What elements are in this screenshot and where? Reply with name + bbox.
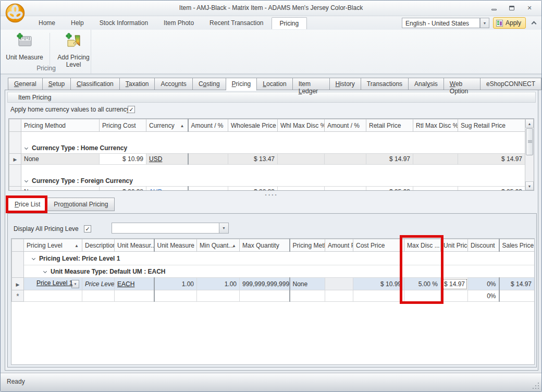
col-amount-rtl[interactable]: Amount / %: [325, 119, 366, 132]
col-pricing-method[interactable]: Pricing Method: [21, 119, 100, 132]
tab-price-list[interactable]: Price List: [8, 198, 47, 211]
splitter-handle[interactable]: ····: [5, 193, 538, 197]
cell-amount[interactable]: [325, 290, 353, 302]
col-amount-whl[interactable]: Amount / %: [188, 119, 228, 132]
ribbon-tab-pricing[interactable]: Pricing: [272, 17, 307, 29]
cell-max-quantity[interactable]: [240, 290, 290, 302]
scroll-down-icon[interactable]: ▼: [525, 181, 534, 190]
col-pricing-level[interactable]: Pricing Level▲: [24, 239, 82, 252]
display-all-pricing-checkbox[interactable]: ✓: [84, 225, 91, 232]
filter-dropdown-icon[interactable]: ▼: [219, 223, 228, 233]
cell-amount-rtl[interactable]: [325, 187, 366, 191]
col-min-quantity[interactable]: Min Quant...▲: [197, 239, 240, 252]
new-row[interactable]: * 0%: [12, 290, 535, 302]
resize-grip[interactable]: [532, 382, 539, 389]
app-logo-icon[interactable]: [5, 3, 26, 23]
cell-discount[interactable]: 0%: [468, 290, 499, 302]
cell-unit-measure-qty[interactable]: 1.00: [154, 278, 197, 290]
cell-pricing-cost[interactable]: $ 10.99: [100, 154, 146, 165]
cell-max-quantity[interactable]: 999,999,999,999...: [240, 278, 290, 290]
cell-max-disc[interactable]: 5.00 %: [404, 278, 441, 290]
ribbon-tab-recent-transaction[interactable]: Recent Transaction: [202, 17, 271, 29]
ribbon-tab-help[interactable]: Help: [63, 17, 92, 29]
cell-wholesale-price[interactable]: $ 32.33: [228, 187, 278, 191]
col-rtl-max-disc[interactable]: Rtl Max Disc %: [413, 119, 458, 132]
col-retail-price[interactable]: Retail Price: [366, 119, 413, 132]
tab-eshopconnect[interactable]: eShopCONNECT: [481, 78, 541, 90]
apply-button[interactable]: Apply: [493, 17, 526, 29]
col-unit-measure[interactable]: Unit Measur...: [115, 239, 154, 252]
cell-unit-measure[interactable]: [115, 290, 154, 302]
col-pricing-cost[interactable]: Pricing Cost: [100, 119, 146, 132]
cell-cost-price[interactable]: $ 10.99: [353, 278, 404, 290]
group-row-unit-measure-type[interactable]: Unit Measure Type: Default UM : EACH: [12, 265, 535, 278]
collapse-group-icon[interactable]: [43, 270, 47, 273]
language-selector[interactable]: English - United States: [402, 18, 480, 28]
cell-sug-retail-price[interactable]: $ 35.93: [458, 187, 525, 191]
col-amount[interactable]: Amount P...: [325, 239, 353, 252]
tab-transactions[interactable]: Transactions: [361, 78, 409, 90]
cell-discount[interactable]: 0%: [468, 278, 499, 290]
cell-cost-price[interactable]: [353, 290, 404, 302]
cell-description[interactable]: [82, 290, 115, 302]
apply-home-currency-checkbox[interactable]: ✓: [128, 106, 135, 113]
pricing-level-filter-combo[interactable]: ▼: [112, 223, 229, 234]
cell-pricing-method[interactable]: [290, 290, 325, 302]
col-cost-price[interactable]: Cost Price: [353, 239, 404, 252]
restore-icon[interactable]: [505, 3, 519, 13]
language-dropdown-icon[interactable]: ▼: [480, 18, 489, 28]
cell-currency[interactable]: AUD: [146, 187, 188, 191]
cell-amount-rtl[interactable]: [325, 154, 366, 165]
col-discount[interactable]: Discount: [468, 239, 499, 252]
cell-pricing-cost[interactable]: $ 26.38: [100, 187, 146, 191]
group-row-foreign-currency[interactable]: Currency Type : Foreign Currency: [9, 176, 525, 187]
tab-item-ledger[interactable]: Item Ledger: [293, 78, 330, 90]
cell-pricing-method[interactable]: None: [21, 187, 100, 191]
minimize-icon[interactable]: [487, 3, 501, 13]
tab-taxation[interactable]: Taxation: [120, 78, 155, 90]
table-row[interactable]: ▶ None $ 10.99 USD $ 13.47 $ 14.97 $ 14.…: [9, 154, 525, 165]
col-pricing-method[interactable]: Pricing Meth...: [290, 239, 325, 252]
table-row[interactable]: ▶ ▼Price Level 1 Price Level 1 EACH 1.00…: [12, 278, 535, 290]
cell-rtl-max-disc[interactable]: [413, 154, 458, 165]
cell-unit-measure[interactable]: EACH: [115, 278, 154, 290]
col-max-disc[interactable]: Max Disc ...: [404, 239, 441, 252]
col-max-quantity[interactable]: Max Quantity: [240, 239, 290, 252]
collapse-group-icon[interactable]: [32, 256, 35, 260]
tab-history[interactable]: History: [330, 78, 361, 90]
unit-measure-button[interactable]: Unit Measure: [3, 31, 46, 66]
cell-amount[interactable]: [325, 278, 353, 290]
ribbon-tab-home[interactable]: Home: [31, 17, 63, 29]
cell-sug-retail-price[interactable]: $ 14.97: [458, 154, 525, 165]
ribbon-tab-item-photo[interactable]: Item Photo: [156, 17, 202, 29]
tab-classification[interactable]: Classification: [71, 78, 120, 90]
col-description[interactable]: Description: [82, 239, 115, 252]
tab-general[interactable]: General: [8, 78, 43, 90]
cell-rtl-max-disc[interactable]: [413, 187, 458, 191]
col-whl-max-disc[interactable]: Whl Max Disc %: [278, 119, 325, 132]
tab-accounts[interactable]: Accounts: [155, 78, 192, 90]
cell-amount-whl[interactable]: [188, 187, 228, 191]
cell-amount-whl[interactable]: [188, 154, 228, 165]
cell-min-quantity[interactable]: 1.00: [197, 278, 240, 290]
tab-web-option[interactable]: Web Option: [444, 78, 481, 90]
scrollbar-thumb[interactable]: [526, 128, 533, 155]
cell-whl-max-disc[interactable]: [278, 187, 325, 191]
close-icon[interactable]: ✕: [523, 3, 536, 13]
tab-analysis[interactable]: Analysis: [409, 78, 444, 90]
tab-costing[interactable]: Costing: [193, 78, 226, 90]
add-pricing-level-button[interactable]: Add Pricing Level: [52, 31, 95, 66]
col-sug-retail-price[interactable]: Sug Retail Price: [458, 119, 525, 132]
tab-location[interactable]: Location: [257, 78, 292, 90]
cell-retail-price[interactable]: $ 35.93: [366, 187, 413, 191]
vertical-scrollbar[interactable]: ▲ ▼: [525, 119, 534, 190]
cell-wholesale-price[interactable]: $ 13.47: [228, 154, 278, 165]
collapse-group-icon[interactable]: [24, 179, 28, 182]
collapse-group-icon[interactable]: [24, 146, 28, 150]
cell-sales-price[interactable]: [499, 290, 535, 302]
ribbon-tab-stock-information[interactable]: Stock Information: [92, 17, 156, 29]
cell-max-disc[interactable]: [404, 290, 441, 302]
tab-setup[interactable]: Setup: [43, 78, 71, 90]
col-unit-measure-qty[interactable]: Unit Measure ...: [154, 239, 197, 252]
tab-pricing[interactable]: Pricing: [226, 78, 257, 91]
